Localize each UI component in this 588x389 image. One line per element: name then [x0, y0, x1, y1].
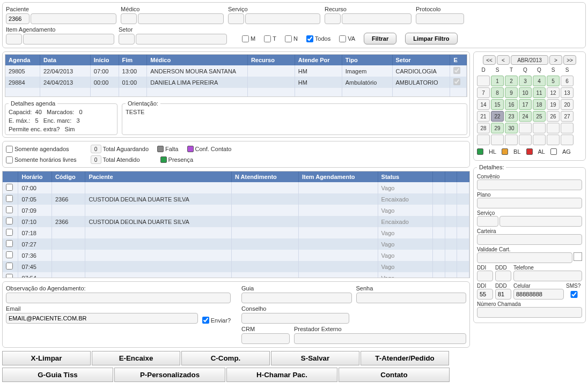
sched-row[interactable]: 07:54Vago [3, 272, 469, 278]
chk-somente-agendados[interactable]: Somente agendados [6, 146, 69, 153]
cal-day-2[interactable]: 2 [505, 76, 518, 86]
sched-row[interactable]: 07:09Vago [3, 205, 469, 216]
cal-day-27[interactable]: 27 [561, 111, 574, 122]
cal-day-18[interactable]: 18 [533, 99, 546, 110]
paciente-code-input[interactable] [6, 13, 30, 24]
filtrar-button[interactable]: Filtrar [364, 33, 396, 44]
cal-day-5[interactable]: 5 [547, 76, 560, 86]
cal-day-17[interactable]: 17 [519, 99, 532, 110]
calendar-icon[interactable] [574, 252, 582, 261]
item-ag-name-input[interactable] [23, 34, 114, 44]
senha-input[interactable] [356, 293, 467, 303]
cal-day-19[interactable]: 19 [547, 99, 560, 110]
cal-day-13[interactable]: 13 [561, 87, 574, 98]
sched-row[interactable]: 07:27Vago [3, 238, 469, 250]
cal-day-22[interactable]: 22 [491, 111, 504, 122]
protocolo-input[interactable] [416, 13, 464, 24]
chk-va[interactable]: VA [339, 35, 355, 42]
ddd-cel-input[interactable] [495, 289, 511, 300]
chk-todos[interactable]: Todos [306, 35, 330, 42]
cal-day-1[interactable]: 1 [491, 76, 504, 86]
agenda-row[interactable]: 2988424/04/201300:0001:00DANIELA LIMA PE… [5, 77, 467, 88]
cal-day-20[interactable]: 20 [561, 99, 574, 110]
paciente-name-input[interactable] [31, 13, 116, 24]
cal-day-6[interactable]: 6 [561, 76, 574, 86]
agenda-col-0[interactable]: Agenda [5, 55, 40, 65]
servico-name-input[interactable] [499, 216, 582, 227]
chk-enviar[interactable]: Enviar? [202, 317, 231, 324]
sched-col-0[interactable] [3, 171, 18, 182]
cal-month[interactable]: ABR/2013 [511, 55, 548, 65]
cal-day-24[interactable]: 24 [519, 111, 532, 122]
cal-day-12[interactable]: 12 [547, 87, 560, 98]
agenda-col-1[interactable]: Data [40, 55, 90, 65]
agenda-col-5[interactable]: Recurso [247, 55, 295, 65]
recurso-code-input[interactable] [325, 13, 341, 24]
cal-day-23[interactable]: 23 [505, 111, 518, 122]
agenda-col-8[interactable]: Setor [392, 55, 450, 65]
sched-col-2[interactable]: Código [52, 171, 85, 182]
chk-m[interactable]: M [242, 35, 255, 42]
cal-day-29[interactable]: 29 [491, 123, 504, 133]
servico-name-input[interactable] [245, 13, 320, 24]
cal-day-26[interactable]: 26 [547, 111, 560, 122]
tatender-button[interactable]: T-Atender/Pedido [361, 351, 449, 365]
medico-name-input[interactable] [138, 13, 224, 24]
sched-row[interactable]: 07:36Vago [3, 250, 469, 261]
sched-col-9[interactable] [457, 171, 469, 182]
plano-input[interactable] [477, 198, 582, 208]
guia-input[interactable] [241, 293, 352, 303]
ddi-tel-input[interactable] [477, 271, 493, 281]
agenda-row[interactable]: 2980522/04/201307:0013:00ANDERSON MOURA … [5, 65, 467, 77]
cal-day-8[interactable]: 8 [491, 87, 504, 98]
sched-col-7[interactable] [432, 171, 445, 182]
ccomp-button[interactable]: C-Comp. [181, 351, 270, 365]
cal-day-16[interactable]: 16 [505, 99, 518, 110]
telefone-input[interactable] [513, 271, 582, 281]
ddi-cel-input[interactable] [477, 289, 493, 300]
sched-row[interactable]: 07:052366CUSTODIA DEOLINA DUARTE SILVAEn… [3, 193, 469, 205]
cal-last-button[interactable]: >> [563, 55, 576, 65]
crm-input[interactable] [241, 333, 290, 344]
cal-day-9[interactable]: 9 [505, 87, 518, 98]
carteira-input[interactable] [477, 234, 582, 245]
conselho-input[interactable] [241, 313, 349, 324]
cal-day-7[interactable]: 7 [477, 87, 490, 98]
cal-day-3[interactable]: 3 [519, 76, 532, 86]
limpar-filtro-button[interactable]: Limpar Filtro [405, 33, 457, 44]
email-input[interactable] [6, 313, 198, 324]
agenda-col-4[interactable]: Médico [147, 55, 248, 65]
convenio-input[interactable] [477, 179, 582, 190]
validade-input[interactable] [477, 252, 572, 263]
medico-code-input[interactable] [121, 13, 137, 24]
servico-code-input[interactable] [228, 13, 244, 24]
sched-col-5[interactable]: Item Agendamento [298, 171, 378, 182]
cal-day-21[interactable]: 21 [477, 111, 490, 122]
obs-input[interactable] [6, 293, 231, 303]
gguia-button[interactable]: G-Guia Tiss [2, 368, 113, 382]
cal-first-button[interactable]: << [483, 55, 496, 65]
servico-code-input[interactable] [477, 216, 498, 227]
prestador-input[interactable] [294, 333, 466, 344]
setor-name-input[interactable] [136, 34, 227, 44]
sched-col-3[interactable]: Paciente [85, 171, 232, 182]
agenda-col-3[interactable]: Fim [119, 55, 147, 65]
numero-chamada-input[interactable] [477, 307, 582, 318]
sched-col-4[interactable]: N Atendimento [231, 171, 298, 182]
cal-day-28[interactable]: 28 [477, 123, 490, 133]
agenda-col-7[interactable]: Tipo [342, 55, 392, 65]
cal-day-30[interactable]: 30 [505, 123, 518, 133]
ssalvar-button[interactable]: S-Salvar [271, 351, 359, 365]
agenda-col-2[interactable]: Início [90, 55, 119, 65]
celular-input[interactable] [513, 289, 564, 300]
cal-day-10[interactable]: 10 [519, 87, 532, 98]
sched-col-8[interactable] [445, 171, 457, 182]
xlimpar-button[interactable]: X-Limpar [2, 351, 91, 365]
chk-n[interactable]: N [285, 35, 298, 42]
sched-row[interactable]: 07:102366CUSTODIA DEOLINA DUARTE SILVAEn… [3, 216, 469, 227]
cal-day-25[interactable]: 25 [533, 111, 546, 122]
agenda-col-6[interactable]: Atende Por [295, 55, 342, 65]
chk-t[interactable]: T [264, 35, 276, 42]
cal-prev-button[interactable]: < [497, 55, 510, 65]
chk-somente-livres[interactable]: Somente horários livres [6, 156, 77, 163]
